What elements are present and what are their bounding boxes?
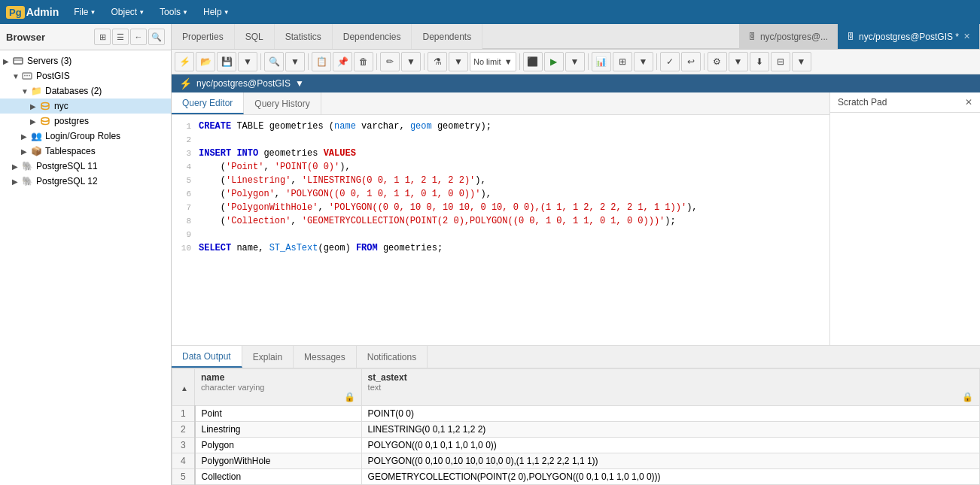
query-tab-2[interactable]: 🗄 nyc/postgres@PostGIS * ✕ (838, 24, 980, 49)
toolbar-commit-btn[interactable]: ✓ (660, 52, 680, 71)
scratch-pad-close[interactable]: ✕ (965, 97, 972, 108)
query-editor-area: Query Editor Query History 1 CREATE TABL… (172, 92, 829, 345)
editor-tab-history[interactable]: Query History (244, 92, 321, 114)
tab-dependencies[interactable]: Dependencies (333, 24, 412, 49)
lock-icon-stastext: 🔒 (962, 392, 973, 402)
code-line-1: 1 CREATE TABLE geometries (name varchar,… (172, 121, 829, 135)
toolbar-macros-dropdown-btn[interactable]: ▼ (729, 52, 748, 71)
toolbar-explain-options-btn[interactable]: ⊞ (613, 52, 632, 71)
tree-item-tablespaces[interactable]: ▶ 📦 Tablespaces (0, 144, 171, 159)
col-header-sort[interactable]: ▲ (172, 369, 195, 406)
tree-item-postgres[interactable]: ▶ postgres (0, 114, 171, 129)
query-tab-2-close[interactable]: ✕ (963, 32, 970, 41)
toolbar-copy-btn[interactable]: 📋 (312, 52, 331, 71)
toolbar-edit-dropdown-btn[interactable]: ▼ (401, 52, 421, 71)
tree-item-databases[interactable]: ▼ 📁 Databases (2) (0, 83, 171, 99)
col-header-name[interactable]: name character varying 🔒 (195, 369, 362, 406)
lock-icon-name: 🔒 (344, 392, 355, 402)
toolbar-paste-btn[interactable]: 📌 (333, 52, 352, 71)
row-num: 5 (172, 469, 195, 485)
svg-point-6 (41, 103, 49, 107)
tab-dependents[interactable]: Dependents (412, 24, 482, 49)
toolbar-nolimit-dropdown[interactable]: No limit ▼ (470, 52, 516, 71)
toolbar-connect-btn[interactable]: ⚡ (175, 52, 194, 71)
toolbar-explain-btn[interactable]: 📊 (592, 52, 611, 71)
toolbar-edit-btn[interactable]: ✏ (380, 52, 400, 71)
code-line-5: 5 ('Linestring', 'LINESTRING(0 0, 1 1, 2… (172, 175, 829, 189)
menu-object[interactable]: Object ▼ (105, 4, 151, 20)
toolbar-sep1 (260, 53, 261, 70)
top-menubar: Pg Admin File ▼ Object ▼ Tools ▼ Help ▼ (0, 0, 980, 24)
data-tab-output[interactable]: Data Output (172, 346, 242, 368)
data-tab-notifications[interactable]: Notifications (357, 346, 428, 368)
tree-panel: ▶ Servers (3) ▼ PostGIS ▼ 📁 Databases (2… (0, 50, 171, 485)
connection-bar: ⚡ nyc/postgres@PostGIS ▼ (172, 74, 980, 92)
menu-tools[interactable]: Tools ▼ (154, 4, 194, 20)
left-panel: Browser ⊞ ☰ ← 🔍 ▶ Servers (3) ▼ PostGIS (0, 24, 172, 485)
col-header-stastext[interactable]: st_astext text 🔒 (361, 369, 979, 406)
data-tab-explain[interactable]: Explain (242, 346, 294, 368)
svg-point-5 (29, 75, 30, 77)
toolbar-sep4 (424, 53, 425, 70)
query-editor-wrapper: Query Editor Query History 1 CREATE TABL… (172, 92, 980, 345)
svg-rect-0 (14, 58, 23, 64)
toolbar-sep3 (376, 53, 377, 70)
code-line-6: 6 ('Polygon', 'POLYGON((0 0, 1 0, 1 1, 0… (172, 189, 829, 202)
data-tab-messages[interactable]: Messages (294, 346, 357, 368)
tree-item-logingrouproles[interactable]: ▶ 👥 Login/Group Roles (0, 129, 171, 144)
toolbar-macros-btn[interactable]: ⚙ (708, 52, 727, 71)
toolbar-open-btn[interactable]: 📂 (196, 52, 215, 71)
browser-back-btn[interactable]: ← (130, 29, 147, 45)
query-tab-1[interactable]: 🗄 nyc/postgres@... (739, 24, 838, 49)
data-tabs: Data Output Explain Messages Notificatio… (172, 346, 980, 368)
toolbar-format-btn[interactable]: ⊟ (771, 52, 790, 71)
main-query-area: Query Editor Query History 1 CREATE TABL… (172, 92, 980, 485)
code-line-9: 9 (172, 229, 829, 243)
menu-file[interactable]: File ▼ (68, 4, 102, 20)
browser-list-btn[interactable]: ☰ (112, 29, 129, 45)
table-row: 4 PolygonWithHole POLYGON((0 0,10 0,10 1… (172, 453, 980, 469)
browser-search-btn[interactable]: 🔍 (148, 29, 165, 45)
toolbar-filter-btn[interactable]: ⚗ (428, 52, 447, 71)
data-table-container[interactable]: ▲ name character varying 🔒 st_astext tex… (172, 368, 980, 485)
data-table: ▲ name character varying 🔒 st_astext tex… (172, 368, 980, 485)
tree-item-postgresql12[interactable]: ▶ 🐘 PostgreSQL 12 (0, 174, 171, 189)
code-editor[interactable]: 1 CREATE TABLE geometries (name varchar,… (172, 115, 829, 296)
row-num: 3 (172, 438, 195, 453)
tab-statistics[interactable]: Statistics (275, 24, 333, 49)
db-icon-tab2: 🗄 (847, 32, 854, 41)
svg-point-3 (24, 75, 26, 77)
toolbar-filter-dropdown-btn[interactable]: ▼ (449, 52, 468, 71)
browser-header: Browser ⊞ ☰ ← 🔍 (0, 24, 171, 50)
tree-item-nyc[interactable]: ▶ nyc (0, 99, 171, 114)
toolbar-save-dropdown-btn[interactable]: ▼ (238, 52, 257, 71)
query-tab-1-label: nyc/postgres@... (760, 32, 828, 42)
pgadmin-logo: Pg Admin (6, 6, 59, 19)
connection-icon: ⚡ (179, 77, 192, 89)
row-num: 4 (172, 453, 195, 469)
toolbar-format-dropdown-btn[interactable]: ▼ (792, 52, 811, 71)
toolbar-run-btn[interactable]: ▶ (544, 52, 564, 71)
row-name: PolygonWithHole (195, 453, 362, 469)
tree-item-servers[interactable]: ▶ Servers (3) (0, 53, 171, 68)
editor-tab-query[interactable]: Query Editor (172, 92, 244, 114)
tree-item-postgresql11[interactable]: ▶ 🐘 PostgreSQL 11 (0, 159, 171, 174)
connection-dropdown-arrow[interactable]: ▼ (295, 78, 304, 89)
browser-view-btn[interactable]: ⊞ (94, 29, 111, 45)
tab-sql[interactable]: SQL (235, 24, 275, 49)
toolbar-find-btn[interactable]: 🔍 (264, 52, 284, 71)
query-toolbar: ⚡ 📂 💾 ▼ 🔍 ▼ 📋 📌 🗑 ✏ ▼ ⚗ ▼ No limit ▼ ⬛ ▶ (172, 50, 980, 74)
sort-arrow-icon: ▲ (181, 384, 188, 393)
toolbar-delete-btn[interactable]: 🗑 (354, 52, 373, 71)
toolbar-save-btn[interactable]: 💾 (217, 52, 236, 71)
toolbar-stop-btn[interactable]: ⬛ (523, 52, 543, 71)
toolbar-download-btn[interactable]: ⬇ (750, 52, 769, 71)
toolbar-explain-dropdown-btn[interactable]: ▼ (634, 52, 653, 71)
tab-properties[interactable]: Properties (172, 24, 235, 49)
toolbar-rollback-btn[interactable]: ↩ (681, 52, 701, 71)
tree-item-postgis[interactable]: ▼ PostGIS (0, 68, 171, 83)
toolbar-run-dropdown-btn[interactable]: ▼ (565, 52, 585, 71)
toolbar-sep6 (588, 53, 589, 70)
toolbar-find-dropdown-btn[interactable]: ▼ (285, 52, 305, 71)
menu-help[interactable]: Help ▼ (197, 4, 236, 20)
